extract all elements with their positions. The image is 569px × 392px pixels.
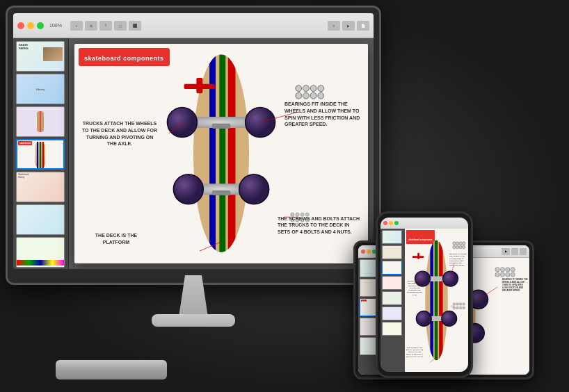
slide-thumb-7[interactable]: [16, 237, 65, 268]
svg-point-76: [462, 245, 465, 249]
svg-point-49: [511, 268, 515, 272]
svg-point-80: [463, 303, 465, 306]
svg-point-25: [291, 218, 294, 222]
tablet-play-btn[interactable]: ▶: [502, 248, 510, 255]
phone-main: skateboard components: [380, 229, 468, 372]
monitor-body: 100% + ⊞ T ◻ ⬛ ≡ ▶ 📄: [6, 6, 381, 285]
phone-close-btn[interactable]: [383, 221, 387, 225]
phone-minimize-btn[interactable]: [389, 221, 393, 225]
insert-button[interactable]: +: [70, 21, 83, 31]
svg-point-13: [296, 85, 302, 92]
svg-point-74: [456, 245, 459, 249]
annotation-screws: THE SCREWS AND BOLTS ATTACH THE TRUCKS T…: [278, 215, 361, 236]
svg-point-23: [300, 213, 304, 216]
svg-point-77: [453, 303, 456, 306]
svg-rect-12: [212, 190, 231, 195]
svg-point-21: [291, 213, 294, 216]
svg-line-30: [260, 112, 298, 122]
keynote-toolbar: 100% + ⊞ T ◻ ⬛ ≡ ▶ 📄: [13, 13, 374, 38]
zoom-level: 100%: [49, 23, 62, 28]
svg-point-72: [462, 242, 465, 245]
animate-button[interactable]: ▶: [342, 21, 355, 31]
phone-slide-4[interactable]: [382, 276, 402, 290]
monitor-screen: 100% + ⊞ T ◻ ⬛ ≡ ▶ 📄: [13, 13, 374, 269]
phone-slide-6[interactable]: [382, 307, 402, 320]
keynote-main: SKATEPARKS History: [13, 38, 374, 269]
svg-point-48: [506, 268, 510, 272]
svg-point-15: [310, 85, 316, 92]
tablet-icon-btn-1[interactable]: [511, 248, 518, 255]
toolbar-controls: + ⊞ T ◻ ⬛: [70, 21, 141, 31]
tablet-toolbar-right: ▶: [502, 248, 527, 255]
svg-point-83: [459, 307, 462, 309]
monitor-base: [152, 314, 235, 327]
svg-rect-62: [430, 240, 433, 361]
svg-point-52: [506, 272, 510, 277]
maximize-button[interactable]: [37, 22, 44, 29]
keynote-app: 100% + ⊞ T ◻ ⬛ ≡ ▶ 📄: [13, 13, 374, 269]
svg-point-50: [495, 272, 499, 277]
slide-thumb-2[interactable]: History: [16, 74, 65, 104]
svg-line-32: [200, 242, 221, 251]
tablet-minimize-btn[interactable]: [367, 250, 371, 254]
svg-point-81: [453, 307, 456, 309]
svg-rect-3: [219, 54, 225, 252]
slide-thumb-1[interactable]: SKATEPARKS: [16, 41, 65, 72]
tablet-icon-btn-2[interactable]: [520, 248, 527, 255]
slide-title-box: skateboard components: [79, 48, 170, 66]
toolbar-right: ≡ ▶ 📄: [328, 21, 369, 31]
scene: 100% + ⊞ T ◻ ⬛ ≡ ▶ 📄: [0, 0, 569, 392]
svg-rect-2: [228, 54, 236, 252]
phone-annotation-trucks: TRUCKS ATTACH THE WHEELS TO THE DECK AND…: [406, 280, 424, 296]
svg-point-78: [456, 303, 459, 306]
slide-thumb-5[interactable]: SkateboardHistory: [16, 172, 65, 202]
phone-canvas: skateboard components: [405, 229, 468, 372]
format-button[interactable]: ≡: [328, 21, 340, 31]
annotation-trucks: TRUCKS ATTACH THE WHEELS TO THE DECK AND…: [81, 120, 158, 147]
svg-point-18: [303, 92, 309, 99]
phone-slide-5[interactable]: [382, 291, 402, 305]
svg-point-0: [193, 54, 249, 252]
svg-point-70: [456, 242, 459, 245]
svg-point-27: [300, 218, 304, 222]
svg-point-53: [511, 272, 515, 277]
phone-slide-panel[interactable]: [380, 229, 405, 372]
svg-point-69: [453, 242, 456, 245]
svg-rect-5: [181, 117, 262, 128]
svg-point-46: [495, 268, 499, 272]
slide-thumb-6[interactable]: [16, 204, 65, 235]
svg-point-51: [500, 272, 504, 277]
minimize-button[interactable]: [27, 22, 34, 29]
tablet-annotation-bearings: BEARING FIT INSIDE THE WHEELS AND ALLOW …: [502, 279, 529, 292]
shape-button[interactable]: ◻: [114, 21, 127, 31]
table-button[interactable]: ⊞: [85, 21, 97, 31]
close-button[interactable]: [17, 22, 24, 29]
phone-annotation-bearings: BEARING FIT INSIDE THE WHEELS AND ALLOW …: [449, 253, 467, 267]
svg-point-22: [296, 213, 299, 216]
phone-slide-7[interactable]: [382, 322, 402, 336]
slide-thumb-4-active[interactable]: skateboard: [16, 139, 65, 170]
svg-point-82: [456, 307, 459, 309]
phone-maximize-btn[interactable]: [394, 221, 399, 225]
document-button[interactable]: 📄: [357, 21, 369, 31]
svg-point-14: [303, 85, 309, 92]
phone-toolbar: [380, 218, 468, 229]
phone-slide-3-active[interactable]: [382, 261, 402, 275]
svg-point-28: [305, 218, 309, 222]
phone-annotation-screws: THE SCREWS AND BOLTS ATTACH THE TRUCK TO…: [406, 347, 424, 358]
slide-thumb-3[interactable]: [16, 106, 65, 137]
monitor: 100% + ⊞ T ◻ ⬛ ≡ ▶ 📄: [6, 6, 381, 346]
phone-slide-1[interactable]: [382, 230, 402, 244]
svg-rect-4: [209, 54, 216, 252]
svg-point-68: [442, 311, 457, 326]
main-canvas: skateboard components: [69, 38, 374, 269]
text-button[interactable]: T: [99, 21, 112, 31]
svg-point-16: [318, 85, 324, 92]
phone-slide-2[interactable]: [382, 245, 402, 259]
svg-point-9: [173, 174, 203, 204]
media-button[interactable]: ⬛: [129, 21, 141, 31]
slide-panel[interactable]: SKATEPARKS History: [13, 38, 69, 269]
svg-point-7: [168, 108, 198, 138]
svg-line-29: [168, 122, 184, 133]
tablet-close-btn[interactable]: [361, 250, 365, 254]
